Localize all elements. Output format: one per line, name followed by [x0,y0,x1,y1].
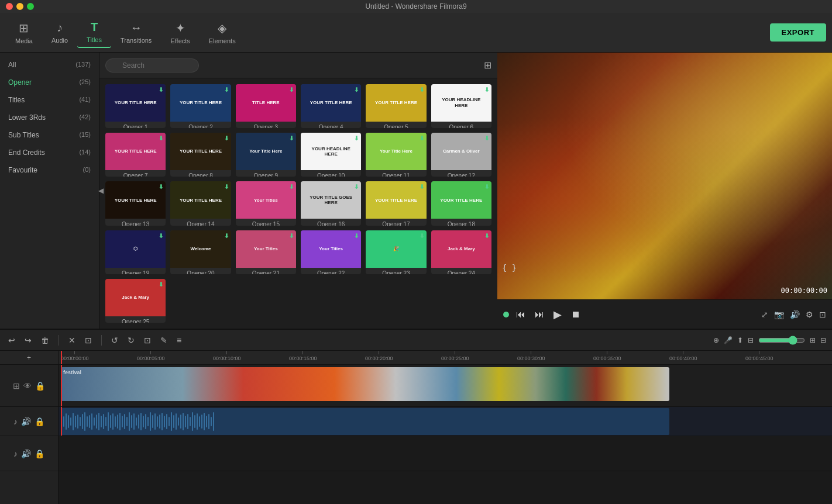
title-card-9[interactable]: Your Title Here ⬇ Opener 9 [236,133,296,177]
add-track-icon[interactable]: ⊕ [713,336,719,344]
add-media-button[interactable]: + [0,351,58,364]
settings-icon[interactable]: ⚙ [806,310,813,319]
title-card-5[interactable]: YOUR TITLE HERE ⬇ Opener 5 [366,84,426,128]
fit-timeline-icon[interactable]: ⊟ [820,336,826,344]
title-card-19[interactable]: ⬡ ⬇ Opener 19 [105,230,166,274]
sidebar-item-favourite[interactable]: Favourite (0) [0,161,99,179]
search-input[interactable] [105,58,199,73]
maximize-button[interactable] [27,3,34,10]
download-badge-14[interactable]: ⬇ [224,184,229,190]
download-badge-16[interactable]: ⬇ [354,184,359,190]
download-badge-8[interactable]: ⬇ [224,135,229,141]
minimize-button[interactable] [16,3,23,10]
download-badge-1[interactable]: ⬇ [159,87,163,93]
title-card-2[interactable]: YOUR TITLE HERE ⬇ Opener 2 [170,84,231,128]
toolbar-item-elements[interactable]: ◈ Elements [200,18,245,48]
crop-button[interactable]: ⊡ [82,334,94,346]
sidebar-item-end-credits[interactable]: End Credits (14) [0,144,99,161]
delete-button[interactable]: 🗑 [39,334,51,346]
title-card-3[interactable]: TITLE HERE ⬇ Opener 3 [236,84,296,128]
download-badge-23[interactable]: ⬇ [420,233,424,239]
export-button[interactable]: EXPORT [770,23,826,42]
rotate-left-button[interactable]: ↺ [109,334,121,346]
download-badge-19[interactable]: ⬇ [159,233,163,239]
download-badge-24[interactable]: ⬇ [484,233,489,239]
audio-track-vol-icon[interactable]: 🔊 [21,417,31,426]
volume-icon[interactable]: 🔊 [790,310,800,319]
download-badge-25[interactable]: ⬇ [159,281,163,288]
title-card-18[interactable]: YOUR TITLE HERE ⬇ Opener 18 [431,181,491,225]
download-badge-3[interactable]: ⬇ [289,87,294,93]
zoom-icon[interactable]: ⊟ [748,336,754,344]
download-badge-5[interactable]: ⬇ [420,87,424,93]
zoom-in-icon[interactable]: ⊞ [810,336,816,344]
download-badge-20[interactable]: ⬇ [224,233,229,239]
toolbar-item-transitions[interactable]: ↔ Transitions [111,18,161,47]
download-badge-22[interactable]: ⬇ [354,233,359,239]
title-card-4[interactable]: YOUR TITLE HERE ⬇ Opener 4 [301,84,361,128]
title-card-14[interactable]: YOUR TITLE HERE ⬇ Opener 14 [170,181,231,225]
step-back-button[interactable]: ⏭ [532,308,546,321]
play-button[interactable]: ▶ [551,307,564,322]
title-card-10[interactable]: YOUR HEADLINE HERE ⬇ Opener 10 [301,133,361,177]
sidebar-item-opener[interactable]: Opener (25) [0,74,99,91]
title-card-12[interactable]: Carmen & Oliver ⬇ Opener 12 [431,133,491,177]
title-card-1[interactable]: YOUR TITLE HERE ⬇ Opener 1 [105,84,166,128]
fullscreen-icon[interactable]: ⤢ [761,310,768,319]
title-card-20[interactable]: Welcome ⬇ Opener 20 [170,230,231,274]
track-grid-icon[interactable]: ⊞ [13,381,20,391]
title-card-15[interactable]: Your Titles ⬇ Opener 15 [236,181,296,225]
download-badge-18[interactable]: ⬇ [484,184,489,190]
title-card-11[interactable]: Your Title Here ⬇ Opener 11 [366,133,426,177]
mic-icon[interactable]: 🎤 [724,336,733,344]
collapse-sidebar-icon[interactable]: ◀ [98,187,104,195]
title-card-16[interactable]: YOUR TITLE GOES HERE ⬇ Opener 16 [301,181,361,225]
download-badge-12[interactable]: ⬇ [484,135,489,141]
rewind-button[interactable]: ⏮ [514,308,528,321]
undo-button[interactable]: ↩ [6,334,18,346]
title-card-25[interactable]: Jack & Mary ⬇ Opener 25 [105,279,166,323]
download-badge-6[interactable]: ⬇ [484,87,489,93]
audio-track-note-icon[interactable]: ♪ [13,417,18,426]
video-clip-strip[interactable]: festival [61,367,669,401]
pip-icon[interactable]: ⊡ [819,310,826,319]
audio-track-lock-icon[interactable]: 🔒 [35,417,44,426]
title-card-13[interactable]: YOUR TITLE HERE ⬇ Opener 13 [105,181,166,225]
download-badge-17[interactable]: ⬇ [420,184,424,190]
stop-button[interactable]: ⏹ [569,308,583,321]
download-badge-10[interactable]: ⬇ [354,135,359,141]
snapshot-icon[interactable]: 📷 [774,310,784,319]
download-badge-7[interactable]: ⬇ [159,135,163,141]
toolbar-item-media[interactable]: ⊞ Media [6,18,42,48]
redo-button[interactable]: ↪ [22,334,34,346]
audio-mix-button[interactable]: ≡ [174,334,184,346]
sidebar-item-subtitles[interactable]: Sub Titles (15) [0,126,99,144]
sidebar-item-titles[interactable]: Titles (41) [0,91,99,109]
export-small-icon[interactable]: ⬆ [737,336,743,344]
sidebar-item-all[interactable]: All (137) [0,56,99,74]
download-badge-21[interactable]: ⬇ [289,233,294,239]
download-badge-2[interactable]: ⬇ [224,87,229,93]
title-card-17[interactable]: YOUR TITLE HERE ⬇ Opener 17 [366,181,426,225]
title-card-23[interactable]: 🎉 ⬇ Opener 23 [366,230,426,274]
audio-clip-strip[interactable] [61,408,669,435]
color-button[interactable]: ⊡ [142,334,153,346]
title-card-22[interactable]: Your Titles ⬇ Opener 22 [301,230,361,274]
download-badge-15[interactable]: ⬇ [289,184,294,190]
edit-button[interactable]: ✎ [158,334,170,346]
download-badge-13[interactable]: ⬇ [159,184,163,190]
download-badge-4[interactable]: ⬇ [354,87,359,93]
title-card-6[interactable]: YOUR HEADLINE HERE ⬇ Opener 6 [431,84,491,128]
toolbar-item-titles[interactable]: T Titles [77,17,111,48]
download-badge-9[interactable]: ⬇ [289,135,294,141]
title-card-8[interactable]: YOUR TITLE HERE ⬇ Opener 8 [170,133,231,177]
download-badge-11[interactable]: ⬇ [420,135,424,141]
toolbar-item-effects[interactable]: ✦ Effects [161,18,199,48]
grid-toggle-icon[interactable]: ⊞ [484,60,491,71]
rotate-right-button[interactable]: ↻ [125,334,137,346]
toolbar-item-audio[interactable]: ♪ Audio [42,18,77,47]
title-card-7[interactable]: YOUR TITLE HERE ⬇ Opener 7 [105,133,166,177]
sidebar-item-lower3rds[interactable]: Lower 3Rds (42) [0,109,99,126]
cut-button[interactable]: ✕ [66,334,78,346]
close-button[interactable] [6,3,13,10]
